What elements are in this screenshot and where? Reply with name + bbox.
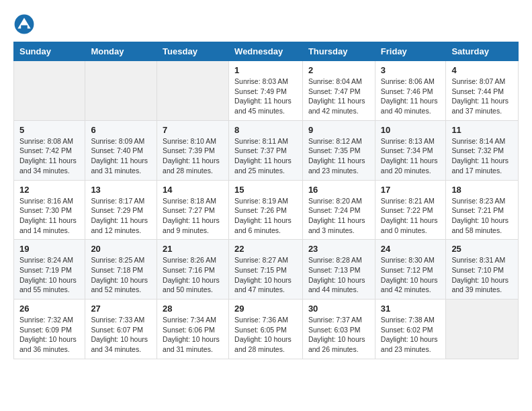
day-number: 4 xyxy=(451,65,513,75)
calendar-cell: 14Sunrise: 8:18 AM Sunset: 7:27 PM Dayli… xyxy=(157,180,229,240)
calendar-cell: 28Sunrise: 7:34 AM Sunset: 6:06 PM Dayli… xyxy=(157,300,229,359)
calendar-cell: 27Sunrise: 7:33 AM Sunset: 6:07 PM Dayli… xyxy=(85,300,157,359)
calendar-cell: 5Sunrise: 8:08 AM Sunset: 7:42 PM Daylig… xyxy=(14,120,85,180)
svg-rect-2 xyxy=(21,26,28,30)
calendar-cell: 20Sunrise: 8:25 AM Sunset: 7:18 PM Dayli… xyxy=(85,240,157,300)
day-info: Sunrise: 8:31 AM Sunset: 7:10 PM Dayligh… xyxy=(451,255,513,295)
calendar-header-row: SundayMondayTuesdayWednesdayThursdayFrid… xyxy=(14,42,519,61)
day-number: 28 xyxy=(163,304,223,314)
day-info: Sunrise: 8:06 AM Sunset: 7:46 PM Dayligh… xyxy=(381,77,441,116)
day-info: Sunrise: 8:12 AM Sunset: 7:35 PM Dayligh… xyxy=(308,136,369,176)
day-info: Sunrise: 8:10 AM Sunset: 7:39 PM Dayligh… xyxy=(163,136,223,176)
day-number: 23 xyxy=(308,244,369,254)
calendar-cell: 30Sunrise: 7:37 AM Sunset: 6:03 PM Dayli… xyxy=(302,300,375,359)
day-info: Sunrise: 8:21 AM Sunset: 7:22 PM Dayligh… xyxy=(381,196,441,236)
calendar-week-row: 12Sunrise: 8:16 AM Sunset: 7:30 PM Dayli… xyxy=(14,180,519,240)
day-number: 12 xyxy=(19,185,79,195)
calendar-table: SundayMondayTuesdayWednesdayThursdayFrid… xyxy=(13,42,519,359)
day-of-week-header: Saturday xyxy=(446,42,519,61)
day-number: 25 xyxy=(451,244,513,254)
day-info: Sunrise: 8:26 AM Sunset: 7:16 PM Dayligh… xyxy=(163,255,223,295)
calendar-cell: 31Sunrise: 7:38 AM Sunset: 6:02 PM Dayli… xyxy=(375,300,446,359)
calendar-cell: 26Sunrise: 7:32 AM Sunset: 6:09 PM Dayli… xyxy=(14,300,85,359)
day-number: 14 xyxy=(163,185,223,195)
day-info: Sunrise: 7:33 AM Sunset: 6:07 PM Dayligh… xyxy=(91,315,151,355)
day-info: Sunrise: 8:30 AM Sunset: 7:12 PM Dayligh… xyxy=(381,255,441,295)
day-info: Sunrise: 8:17 AM Sunset: 7:29 PM Dayligh… xyxy=(91,196,151,236)
calendar-cell: 1Sunrise: 8:03 AM Sunset: 7:49 PM Daylig… xyxy=(229,61,303,121)
day-of-week-header: Wednesday xyxy=(229,42,303,61)
day-number: 31 xyxy=(381,304,441,314)
calendar-cell: 11Sunrise: 8:14 AM Sunset: 7:32 PM Dayli… xyxy=(446,120,519,180)
day-of-week-header: Thursday xyxy=(302,42,375,61)
day-info: Sunrise: 8:09 AM Sunset: 7:40 PM Dayligh… xyxy=(91,136,151,176)
day-info: Sunrise: 8:14 AM Sunset: 7:32 PM Dayligh… xyxy=(451,136,513,176)
day-info: Sunrise: 7:32 AM Sunset: 6:09 PM Dayligh… xyxy=(19,315,79,355)
day-number: 22 xyxy=(234,244,297,254)
day-info: Sunrise: 8:13 AM Sunset: 7:34 PM Dayligh… xyxy=(381,136,441,176)
day-number: 18 xyxy=(451,185,513,195)
day-info: Sunrise: 8:18 AM Sunset: 7:27 PM Dayligh… xyxy=(163,196,223,236)
day-number: 30 xyxy=(308,304,369,314)
calendar-cell: 8Sunrise: 8:11 AM Sunset: 7:37 PM Daylig… xyxy=(229,120,303,180)
calendar-cell: 18Sunrise: 8:23 AM Sunset: 7:21 PM Dayli… xyxy=(446,180,519,240)
day-of-week-header: Friday xyxy=(375,42,446,61)
day-number: 5 xyxy=(19,125,79,135)
day-number: 19 xyxy=(19,244,79,254)
calendar-cell: 25Sunrise: 8:31 AM Sunset: 7:10 PM Dayli… xyxy=(446,240,519,300)
day-number: 8 xyxy=(234,125,297,135)
day-number: 24 xyxy=(381,244,441,254)
calendar-cell xyxy=(157,61,229,121)
calendar-cell: 24Sunrise: 8:30 AM Sunset: 7:12 PM Dayli… xyxy=(375,240,446,300)
page-header xyxy=(13,13,519,35)
day-number: 2 xyxy=(308,65,369,75)
day-info: Sunrise: 8:25 AM Sunset: 7:18 PM Dayligh… xyxy=(91,255,151,295)
calendar-cell: 19Sunrise: 8:24 AM Sunset: 7:19 PM Dayli… xyxy=(14,240,85,300)
day-number: 1 xyxy=(234,65,297,75)
day-info: Sunrise: 8:04 AM Sunset: 7:47 PM Dayligh… xyxy=(308,77,369,116)
calendar-cell: 12Sunrise: 8:16 AM Sunset: 7:30 PM Dayli… xyxy=(14,180,85,240)
calendar-cell: 6Sunrise: 8:09 AM Sunset: 7:40 PM Daylig… xyxy=(85,120,157,180)
day-number: 6 xyxy=(91,125,151,135)
day-info: Sunrise: 8:19 AM Sunset: 7:26 PM Dayligh… xyxy=(234,196,297,236)
calendar-cell xyxy=(446,300,519,359)
day-info: Sunrise: 8:23 AM Sunset: 7:21 PM Dayligh… xyxy=(451,196,513,236)
calendar-cell: 22Sunrise: 8:27 AM Sunset: 7:15 PM Dayli… xyxy=(229,240,303,300)
day-info: Sunrise: 8:24 AM Sunset: 7:19 PM Dayligh… xyxy=(19,255,79,295)
day-number: 16 xyxy=(308,185,369,195)
day-number: 26 xyxy=(19,304,79,314)
day-number: 17 xyxy=(381,185,441,195)
day-info: Sunrise: 8:27 AM Sunset: 7:15 PM Dayligh… xyxy=(234,255,297,295)
calendar-week-row: 5Sunrise: 8:08 AM Sunset: 7:42 PM Daylig… xyxy=(14,120,519,180)
calendar-week-row: 26Sunrise: 7:32 AM Sunset: 6:09 PM Dayli… xyxy=(14,300,519,359)
calendar-cell: 10Sunrise: 8:13 AM Sunset: 7:34 PM Dayli… xyxy=(375,120,446,180)
day-number: 15 xyxy=(234,185,297,195)
calendar-cell: 2Sunrise: 8:04 AM Sunset: 7:47 PM Daylig… xyxy=(302,61,375,121)
day-number: 13 xyxy=(91,185,151,195)
calendar-cell: 4Sunrise: 8:07 AM Sunset: 7:44 PM Daylig… xyxy=(446,61,519,121)
day-number: 29 xyxy=(234,304,297,314)
day-info: Sunrise: 7:38 AM Sunset: 6:02 PM Dayligh… xyxy=(381,315,441,355)
day-info: Sunrise: 7:34 AM Sunset: 6:06 PM Dayligh… xyxy=(163,315,223,355)
day-number: 7 xyxy=(163,125,223,135)
day-of-week-header: Tuesday xyxy=(157,42,229,61)
calendar-week-row: 19Sunrise: 8:24 AM Sunset: 7:19 PM Dayli… xyxy=(14,240,519,300)
day-number: 11 xyxy=(451,125,513,135)
day-number: 27 xyxy=(91,304,151,314)
day-info: Sunrise: 8:07 AM Sunset: 7:44 PM Dayligh… xyxy=(451,77,513,116)
day-info: Sunrise: 8:08 AM Sunset: 7:42 PM Dayligh… xyxy=(19,136,79,176)
calendar-cell xyxy=(14,61,85,121)
calendar-week-row: 1Sunrise: 8:03 AM Sunset: 7:49 PM Daylig… xyxy=(14,61,519,121)
day-number: 20 xyxy=(91,244,151,254)
calendar-cell: 7Sunrise: 8:10 AM Sunset: 7:39 PM Daylig… xyxy=(157,120,229,180)
calendar-cell: 17Sunrise: 8:21 AM Sunset: 7:22 PM Dayli… xyxy=(375,180,446,240)
day-number: 9 xyxy=(308,125,369,135)
day-info: Sunrise: 8:16 AM Sunset: 7:30 PM Dayligh… xyxy=(19,196,79,236)
day-of-week-header: Sunday xyxy=(14,42,85,61)
day-of-week-header: Monday xyxy=(85,42,157,61)
calendar-cell: 21Sunrise: 8:26 AM Sunset: 7:16 PM Dayli… xyxy=(157,240,229,300)
calendar-cell: 9Sunrise: 8:12 AM Sunset: 7:35 PM Daylig… xyxy=(302,120,375,180)
logo xyxy=(13,13,38,35)
calendar-cell xyxy=(85,61,157,121)
day-number: 3 xyxy=(381,65,441,75)
